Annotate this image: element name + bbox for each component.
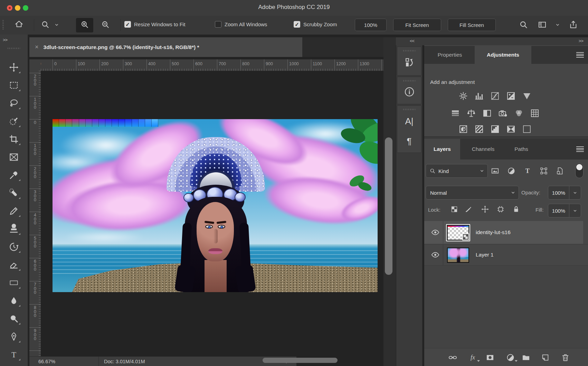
filter-kind-dropdown[interactable]: Kind [426, 164, 488, 178]
horizontal-scrollbar[interactable] [263, 358, 338, 363]
panel-menu-icon[interactable] [576, 146, 584, 152]
paragraph-panel-icon[interactable]: ¶ [397, 136, 421, 147]
ruler-origin-corner[interactable] [29, 59, 41, 71]
tools-gripper[interactable] [8, 48, 20, 49]
search-icon[interactable] [519, 20, 528, 29]
expand-dock-button[interactable]: >> [579, 38, 583, 44]
lock-transparent-icon[interactable] [450, 205, 458, 213]
crop-tool[interactable] [6, 132, 21, 147]
move-tool[interactable] [6, 60, 21, 75]
fill-screen-button[interactable]: Fill Screen [448, 19, 496, 31]
eyedropper-tool[interactable] [6, 167, 21, 183]
zoom-in-icon[interactable] [80, 20, 89, 29]
chevron-down-icon[interactable] [54, 22, 59, 28]
channel-mixer-icon[interactable] [514, 108, 524, 118]
type-filter-icon[interactable] [523, 166, 532, 175]
gradient-tool[interactable] [6, 275, 21, 290]
panel-control-icon[interactable] [538, 20, 547, 29]
adjustment-filter-icon[interactable] [507, 166, 516, 175]
threshold-icon[interactable] [490, 124, 500, 134]
close-tab-icon[interactable]: × [35, 44, 39, 51]
resize-windows-checkbox[interactable]: Resize Windows to Fit [124, 21, 185, 28]
lock-artboard-icon[interactable] [496, 205, 505, 213]
posterize-icon[interactable] [474, 124, 484, 134]
panel-gripper[interactable] [403, 80, 416, 81]
panel-gripper[interactable] [403, 50, 416, 51]
visibility-eye-icon[interactable] [428, 244, 443, 265]
marquee-tool[interactable] [6, 78, 21, 93]
opacity-value[interactable]: 100% [548, 186, 569, 200]
opacity-chevron[interactable] [569, 186, 581, 200]
chevron-down-icon[interactable] [555, 22, 560, 28]
layer-thumbnail[interactable] [446, 224, 470, 241]
lock-paint-icon[interactable] [464, 205, 473, 213]
dodge-tool[interactable] [6, 311, 21, 326]
smart-object-filter-icon[interactable] [556, 166, 565, 175]
vertical-scrollbar[interactable] [385, 137, 392, 275]
shape-filter-icon[interactable] [539, 166, 548, 175]
color-balance-icon[interactable] [466, 108, 476, 118]
horizontal-ruler[interactable]: 0010020030040050060070080090010001100120… [41, 59, 383, 71]
zoom-100-button[interactable]: 100% [355, 19, 387, 31]
healing-tool[interactable] [6, 185, 21, 201]
tab-adjustments[interactable]: Adjustments [475, 46, 531, 64]
layer-thumbnail[interactable] [447, 248, 469, 263]
layer-name[interactable]: Layer 1 [476, 244, 494, 265]
tab-properties[interactable]: Properties [426, 46, 474, 64]
character-panel-icon[interactable]: A| [397, 116, 421, 127]
photo-filter-icon[interactable] [498, 108, 508, 118]
fill-value[interactable]: 100% [548, 204, 569, 218]
collapse-dock-button[interactable]: << [410, 38, 414, 44]
blend-mode-dropdown[interactable]: Normal [426, 186, 519, 200]
gradient-map-icon[interactable] [506, 124, 516, 134]
layer-row-layer1[interactable]: Layer 1 [424, 244, 588, 265]
mask-icon[interactable] [485, 353, 495, 362]
eraser-tool[interactable] [6, 257, 21, 272]
share-icon[interactable] [569, 20, 578, 29]
clone-stamp-tool[interactable] [6, 221, 21, 237]
black-white-icon[interactable] [482, 108, 492, 118]
brightness-contrast-icon[interactable] [458, 91, 468, 101]
fill-chevron[interactable] [569, 204, 581, 218]
info-panel-icon[interactable] [397, 86, 421, 98]
panel-gripper[interactable] [403, 109, 416, 110]
pen-tool[interactable] [6, 329, 21, 344]
lock-move-icon[interactable] [481, 205, 489, 213]
pixel-filter-icon[interactable] [491, 166, 500, 175]
zoom-level-field[interactable]: 66.67% [29, 356, 98, 366]
options-bar-gripper[interactable] [2, 20, 4, 30]
layer-row-identity-lut[interactable]: identity-lut-s16 [424, 221, 583, 244]
scrubby-zoom-checkbox[interactable]: Scrubby Zoom [294, 21, 337, 28]
visibility-eye-icon[interactable] [428, 221, 443, 244]
selective-color-icon[interactable] [522, 124, 532, 134]
tab-layers[interactable]: Layers [424, 139, 460, 160]
fit-screen-button[interactable]: Fit Screen [393, 19, 441, 31]
tab-paths[interactable]: Paths [506, 139, 537, 160]
layer-name[interactable]: identity-lut-s16 [476, 221, 511, 244]
group-icon[interactable] [521, 353, 531, 362]
adjustment-icon[interactable] [506, 353, 515, 362]
curves-icon[interactable] [490, 91, 500, 101]
color-lookup-icon[interactable] [530, 108, 540, 118]
pencil-tool[interactable] [6, 203, 21, 219]
levels-icon[interactable] [474, 91, 484, 101]
fx-icon[interactable] [468, 353, 477, 362]
exposure-icon[interactable] [506, 91, 516, 101]
history-panel-icon[interactable] [397, 57, 421, 68]
home-icon[interactable] [15, 20, 23, 29]
hue-saturation-icon[interactable] [450, 108, 461, 118]
zoom-out-icon[interactable] [101, 20, 110, 29]
quick-select-tool[interactable] [6, 114, 21, 129]
frame-tool[interactable] [6, 150, 21, 165]
lock-all-icon[interactable] [512, 205, 520, 213]
link-icon[interactable] [448, 353, 457, 362]
invert-icon[interactable] [458, 124, 468, 134]
blur-tool[interactable] [6, 293, 21, 308]
filter-toggle-switch[interactable] [575, 163, 584, 178]
document-tab[interactable]: × 3dlut-screen-capture.png @ 66.7% (iden… [29, 37, 302, 57]
vertical-ruler[interactable]: 2 0 01 0 001 0 02 0 03 0 04 0 05 0 06 0 … [29, 71, 41, 366]
lasso-tool[interactable] [6, 96, 21, 111]
panel-menu-icon[interactable] [576, 52, 584, 58]
zoom-all-windows-checkbox[interactable]: Zoom All Windows [215, 21, 267, 28]
vibrance-icon[interactable] [522, 91, 532, 101]
